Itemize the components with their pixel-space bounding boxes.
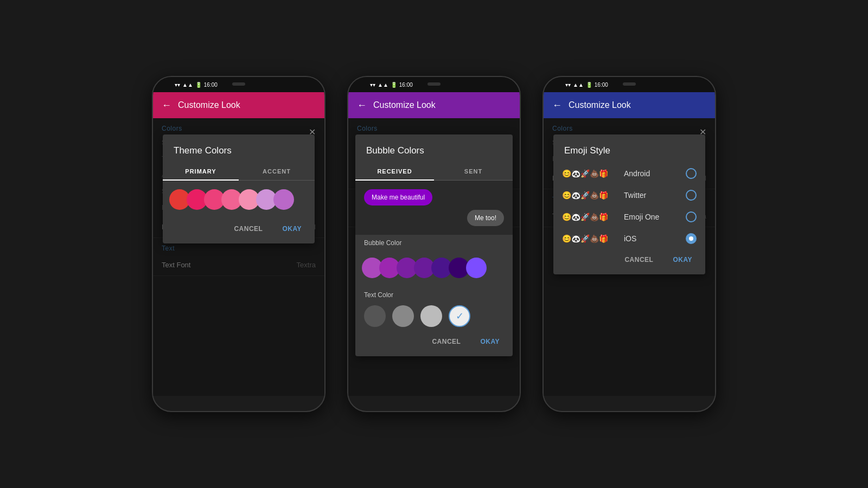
- text-swatch-white[interactable]: ✓: [449, 305, 470, 327]
- dialog-actions-2: CANCEL OKAY: [355, 331, 513, 356]
- time-1: 16:00: [204, 82, 218, 88]
- back-arrow-1[interactable]: ←: [162, 100, 171, 111]
- okay-button-3[interactable]: OKAY: [668, 254, 697, 266]
- radio-twitter[interactable]: [686, 190, 697, 201]
- app-bar-title-3: Customize Look: [569, 100, 631, 110]
- app-bar-1: ← Customize Look: [153, 92, 324, 118]
- close-dialog-1[interactable]: ✕: [309, 134, 315, 137]
- tab-received[interactable]: RECEIVED: [355, 163, 434, 180]
- bubble-preview: Make me beautiful Me too!: [355, 181, 513, 235]
- emoji-style-dialog: ✕ Emoji Style 😊🐼🚀💩🎁 Android 😊🐼🚀💩🎁 Twitte…: [553, 134, 705, 274]
- screen-content-3: Colors S... B... Emoji Style 😊🐼 Android …: [544, 118, 715, 396]
- radio-emojione[interactable]: [686, 211, 697, 222]
- wifi-icon-1: ▾▾: [175, 82, 180, 88]
- signal-icon-1: ▲▲: [182, 82, 193, 88]
- check-icon: ✓: [456, 310, 464, 322]
- sent-bubble: Me too!: [467, 210, 504, 226]
- dialog-tabs-2: RECEIVED SENT: [355, 163, 513, 181]
- theme-color-swatches: [163, 181, 315, 219]
- emoji-option-ios[interactable]: 😊🐼🚀💩🎁 iOS: [553, 228, 705, 249]
- dialog-overlay-2: Bubble Colors RECEIVED SENT Make me beau…: [348, 118, 520, 396]
- wifi-icon-3: ▾▾: [565, 82, 571, 88]
- text-swatch-dark[interactable]: [364, 305, 386, 327]
- okay-button-1[interactable]: OKAY: [278, 223, 306, 235]
- tab-accent[interactable]: ACCENT: [239, 163, 315, 180]
- time-2: 16:00: [399, 82, 413, 88]
- status-bar-2: ▾▾ ▲▲ 🔋 16:00: [348, 77, 520, 92]
- dialog-title-2: Bubble Colors: [355, 134, 513, 163]
- received-bubble: Make me beautiful: [364, 189, 432, 206]
- speaker-3: [623, 82, 636, 86]
- signal-icon-2: ▲▲: [378, 82, 388, 88]
- emoji-option-android[interactable]: 😊🐼🚀💩🎁 Android: [553, 163, 705, 184]
- emoji-option-emojione[interactable]: 😊🐼🚀💩🎁 Emoji One: [553, 206, 705, 228]
- radio-android[interactable]: [686, 168, 697, 179]
- text-swatch-light[interactable]: [420, 305, 442, 327]
- status-bar-1: ▾▾ ▲▲ 🔋 16:00: [153, 77, 324, 92]
- back-arrow-2[interactable]: ←: [357, 100, 367, 111]
- emoji-option-twitter[interactable]: 😊🐼🚀💩🎁 Twitter: [553, 184, 705, 206]
- battery-icon-1: 🔋: [195, 82, 202, 88]
- battery-icon-3: 🔋: [586, 82, 592, 88]
- tab-primary[interactable]: PRIMARY: [163, 163, 239, 180]
- swatch-purple2[interactable]: [273, 189, 294, 210]
- app-bar-title-2: Customize Look: [373, 100, 436, 110]
- dialog-overlay-3: ✕ Emoji Style 😊🐼🚀💩🎁 Android 😊🐼🚀💩🎁 Twitte…: [544, 118, 715, 396]
- tab-sent[interactable]: SENT: [434, 163, 513, 180]
- okay-button-2[interactable]: OKAY: [476, 336, 504, 348]
- close-dialog-3[interactable]: ✕: [699, 134, 705, 137]
- bubble-swatch-7[interactable]: [466, 258, 487, 278]
- theme-colors-dialog: ✕ Theme Colors PRIMARY ACCENT: [163, 134, 315, 243]
- screen-content-1: Colors S... T... A... S... B... Emoji St…: [153, 118, 324, 396]
- speaker-2: [427, 82, 441, 86]
- bubble-colors-dialog: Bubble Colors RECEIVED SENT Make me beau…: [355, 134, 513, 356]
- text-color-label: Text Color: [355, 287, 513, 301]
- app-bar-3: ← Customize Look: [544, 92, 715, 118]
- signal-icon-3: ▲▲: [573, 82, 584, 88]
- app-bar-2: ← Customize Look: [348, 92, 520, 118]
- phone-1: ▾▾ ▲▲ 🔋 16:00 ← Customize Look Colors S.…: [152, 76, 326, 412]
- dialog-tabs-1: PRIMARY ACCENT: [163, 163, 315, 181]
- dialog-overlay-1: ✕ Theme Colors PRIMARY ACCENT: [153, 118, 324, 396]
- radio-ios[interactable]: [686, 233, 697, 244]
- cancel-button-1[interactable]: CANCEL: [229, 223, 267, 235]
- text-color-swatches: ✓: [355, 301, 513, 331]
- text-swatch-mid[interactable]: [392, 305, 414, 327]
- back-arrow-3[interactable]: ←: [552, 100, 562, 111]
- battery-icon-2: 🔋: [391, 82, 397, 88]
- dialog-actions-3: CANCEL OKAY: [553, 249, 705, 274]
- cancel-button-2[interactable]: CANCEL: [427, 336, 465, 348]
- app-bar-title-1: Customize Look: [178, 100, 240, 110]
- status-bar-3: ▾▾ ▲▲ 🔋 16:00: [544, 77, 715, 92]
- bubble-color-label: Bubble Color: [355, 235, 513, 249]
- phone-2: ▾▾ ▲▲ 🔋 16:00 ← Customize Look Colors S.…: [347, 76, 521, 412]
- dialog-title-1: Theme Colors: [163, 134, 315, 163]
- phones-container: ▾▾ ▲▲ 🔋 16:00 ← Customize Look Colors S.…: [152, 76, 716, 412]
- dialog-title-3: Emoji Style: [553, 134, 705, 163]
- bubble-color-swatches: [355, 249, 513, 287]
- dialog-actions-1: CANCEL OKAY: [163, 219, 315, 243]
- time-3: 16:00: [595, 82, 608, 88]
- speaker-1: [232, 82, 245, 86]
- wifi-icon-2: ▾▾: [370, 82, 375, 88]
- cancel-button-3[interactable]: CANCEL: [620, 254, 658, 266]
- screen-content-2: Colors S... B... Emoji Style 😊🐼 Android …: [348, 118, 520, 396]
- phone-3: ▾▾ ▲▲ 🔋 16:00 ← Customize Look Colors S.…: [542, 76, 716, 412]
